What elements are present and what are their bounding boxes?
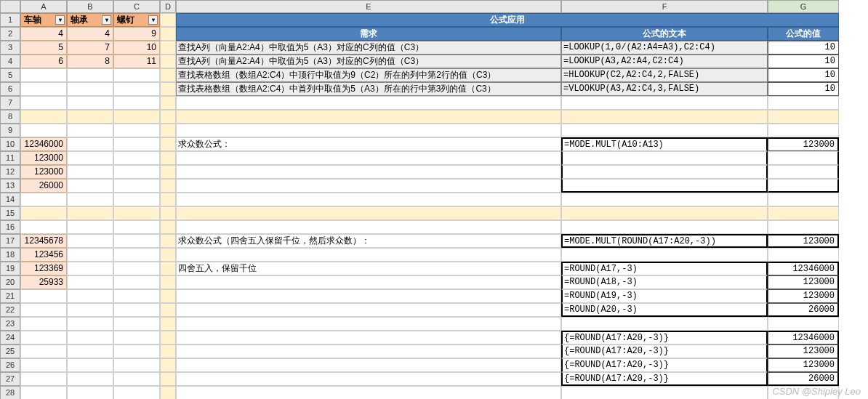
cell[interactable] <box>67 124 113 137</box>
col-B[interactable]: B <box>67 0 113 13</box>
row-3[interactable]: 3 <box>0 41 20 55</box>
row-21[interactable]: 21 <box>0 289 20 303</box>
row-26[interactable]: 26 <box>0 358 20 372</box>
cell[interactable]: 12346000 <box>768 262 839 275</box>
row-15[interactable]: 15 <box>0 206 20 220</box>
cell[interactable] <box>67 82 113 96</box>
cell[interactable] <box>561 165 768 179</box>
cell[interactable] <box>160 331 176 344</box>
row-19[interactable]: 19 <box>0 262 20 275</box>
cell[interactable] <box>20 386 67 399</box>
cell[interactable] <box>20 358 67 372</box>
cell[interactable]: =LOOKUP(A3,A2:A4,C2:C4) <box>561 55 768 68</box>
hdr-axle[interactable]: 车轴▾ <box>20 13 67 27</box>
cell[interactable] <box>113 344 160 358</box>
cell[interactable] <box>768 220 839 234</box>
row-16[interactable]: 16 <box>0 220 20 234</box>
hdr-screw[interactable]: 螺钉▾ <box>113 13 160 27</box>
filter-dropdown-icon[interactable]: ▾ <box>55 15 65 25</box>
cell[interactable] <box>768 248 839 262</box>
cell[interactable]: 5 <box>20 41 67 55</box>
cell[interactable] <box>113 386 160 399</box>
cell[interactable] <box>176 358 561 372</box>
filter-dropdown-icon[interactable]: ▾ <box>102 15 111 25</box>
cell[interactable]: 123000 <box>768 358 839 372</box>
cell[interactable] <box>768 317 839 331</box>
sub-req[interactable]: 需求 <box>176 27 561 41</box>
cell[interactable] <box>113 179 160 193</box>
cell[interactable] <box>67 206 113 220</box>
cell[interactable] <box>160 358 176 372</box>
cell[interactable] <box>160 110 176 124</box>
cell[interactable] <box>67 386 113 399</box>
cell[interactable] <box>67 96 113 110</box>
cell[interactable] <box>160 206 176 220</box>
row-25[interactable]: 25 <box>0 344 20 358</box>
row-14[interactable]: 14 <box>0 193 20 206</box>
cell[interactable]: 26000 <box>20 179 67 193</box>
cell[interactable] <box>160 303 176 317</box>
cell[interactable]: 10 <box>768 55 839 68</box>
row-24[interactable]: 24 <box>0 331 20 344</box>
sub-fval[interactable]: 公式的值 <box>768 27 839 41</box>
row-9[interactable]: 9 <box>0 124 20 137</box>
cell[interactable]: 7 <box>67 41 113 55</box>
cell[interactable] <box>67 344 113 358</box>
cell[interactable] <box>67 220 113 234</box>
cell[interactable]: 123000 <box>768 275 839 289</box>
cell[interactable] <box>176 220 561 234</box>
cell[interactable] <box>176 151 561 165</box>
cell[interactable]: 10 <box>768 41 839 55</box>
cell[interactable] <box>160 220 176 234</box>
cell[interactable]: {=ROUND(A17:A20,-3)} <box>561 358 768 372</box>
row-12[interactable]: 12 <box>0 165 20 179</box>
cell[interactable] <box>67 179 113 193</box>
title-formula-app[interactable]: 公式应用 <box>176 13 839 27</box>
cell[interactable]: 4 <box>67 27 113 41</box>
cell[interactable] <box>20 110 67 124</box>
cell[interactable] <box>176 110 561 124</box>
cell[interactable]: 12346000 <box>768 331 839 344</box>
hdr-bearing[interactable]: 轴承▾ <box>67 13 113 27</box>
row-1[interactable]: 1 <box>0 13 20 27</box>
row-27[interactable]: 27 <box>0 372 20 386</box>
cell[interactable]: 查找表格数组（数组A2:C4）中首列中取值为5（A3）所在的行中第3列的值（C3… <box>176 82 561 96</box>
cell[interactable] <box>768 206 839 220</box>
row-22[interactable]: 22 <box>0 303 20 317</box>
cell[interactable]: 123000 <box>20 151 67 165</box>
cell[interactable] <box>561 193 768 206</box>
cell[interactable] <box>176 317 561 331</box>
cell[interactable] <box>160 289 176 303</box>
cell[interactable]: 123000 <box>768 289 839 303</box>
cell[interactable]: 123000 <box>768 234 839 248</box>
cell[interactable] <box>160 151 176 165</box>
row-20[interactable]: 20 <box>0 275 20 289</box>
cell[interactable] <box>176 275 561 289</box>
col-E[interactable]: E <box>176 0 561 13</box>
cell[interactable] <box>561 386 768 399</box>
cell[interactable]: 9 <box>113 27 160 41</box>
cell[interactable] <box>176 344 561 358</box>
row-28[interactable]: 28 <box>0 386 20 399</box>
cell[interactable] <box>176 206 561 220</box>
cell[interactable]: 123456 <box>20 248 67 262</box>
col-F[interactable]: F <box>561 0 768 13</box>
cell[interactable] <box>160 317 176 331</box>
cell[interactable] <box>113 248 160 262</box>
cell[interactable]: =ROUND(A19,-3) <box>561 289 768 303</box>
row-7[interactable]: 7 <box>0 96 20 110</box>
row-23[interactable]: 23 <box>0 317 20 331</box>
mode-label[interactable]: 求众数公式： <box>176 137 561 151</box>
cell[interactable]: =VLOOKUP(A3,A2:C4,3,FALSE) <box>561 82 768 96</box>
cell[interactable] <box>67 275 113 289</box>
cell[interactable] <box>20 193 67 206</box>
row-13[interactable]: 13 <box>0 179 20 193</box>
mode-round-label[interactable]: 求众数公式（四舍五入保留千位，然后求众数）： <box>176 234 561 248</box>
sub-ftxt[interactable]: 公式的文本 <box>561 27 768 41</box>
cell[interactable] <box>113 234 160 248</box>
cell[interactable] <box>113 137 160 151</box>
col-A[interactable]: A <box>20 0 67 13</box>
cell[interactable] <box>20 372 67 386</box>
cell[interactable] <box>67 248 113 262</box>
corner-cell[interactable] <box>0 0 20 13</box>
